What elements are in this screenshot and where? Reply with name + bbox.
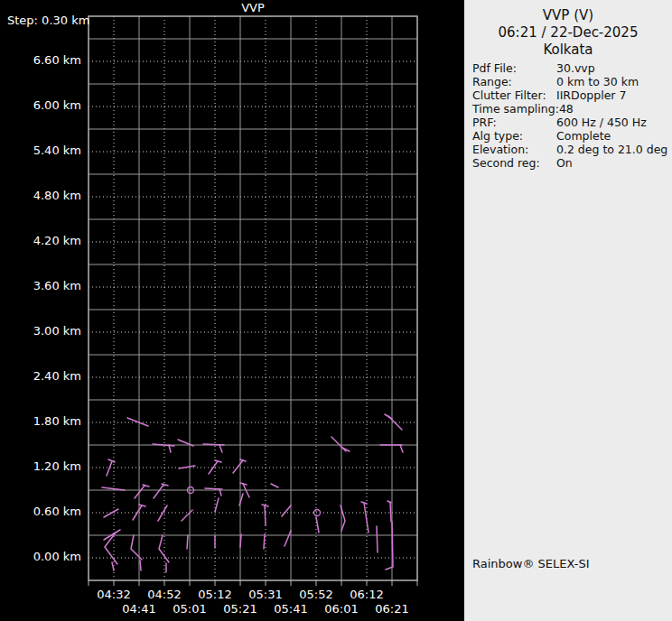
info-field-value: On bbox=[556, 156, 573, 170]
plot-frame bbox=[89, 16, 417, 580]
y-axis-label: 3.60 km bbox=[0, 279, 81, 292]
wind-barb bbox=[271, 484, 278, 487]
y-axis-label: 1.80 km bbox=[0, 414, 81, 428]
wind-barb bbox=[158, 505, 167, 521]
info-field-label: Time sampling: bbox=[472, 102, 559, 116]
wind-barb bbox=[179, 466, 195, 468]
wind-barb bbox=[390, 502, 391, 522]
x-axis-label: 05:52 bbox=[291, 588, 341, 601]
info-field-value: 0 km to 30 km bbox=[556, 75, 639, 88]
plot-title: VVP bbox=[89, 1, 417, 14]
info-field-value: 0.2 deg to 21.0 deg bbox=[556, 143, 667, 156]
wind-barb bbox=[203, 444, 224, 445]
info-field-row: Elevation:0.2 deg to 21.0 deg bbox=[472, 143, 670, 156]
info-field-row: Second reg:On bbox=[472, 156, 670, 170]
info-field-row: Alg type:Complete bbox=[472, 129, 670, 143]
info-field-value: 600 Hz / 450 Hz bbox=[556, 116, 647, 129]
info-field-value: 48 bbox=[559, 102, 574, 116]
info-field-row: Range:0 km to 30 km bbox=[472, 75, 670, 88]
wind-barb bbox=[153, 444, 174, 446]
y-axis-label: 2.40 km bbox=[0, 369, 81, 383]
y-axis-label: 6.60 km bbox=[0, 53, 81, 67]
x-axis-label: 04:52 bbox=[139, 588, 190, 601]
x-axis-label: 06:01 bbox=[316, 602, 367, 616]
info-field-value: Complete bbox=[556, 129, 611, 143]
x-axis-label: 05:01 bbox=[164, 602, 215, 616]
wind-profile-plot bbox=[0, 0, 464, 621]
info-field-row: Clutter Filter:IIRDoppler 7 bbox=[472, 88, 670, 102]
info-field-row: PRF:600 Hz / 450 Hz bbox=[472, 116, 670, 129]
x-axis-label: 06:12 bbox=[341, 588, 392, 601]
x-axis-label: 04:32 bbox=[89, 588, 139, 601]
info-field-label: Second reg: bbox=[472, 156, 556, 170]
panel-site: Kolkata bbox=[464, 42, 672, 59]
y-axis-label: 0.60 km bbox=[0, 505, 81, 518]
y-axis-label: 3.00 km bbox=[0, 324, 81, 338]
wind-barb bbox=[377, 526, 378, 552]
info-field-label: Range: bbox=[472, 75, 556, 88]
wind-barb bbox=[219, 445, 222, 452]
wind-barb bbox=[104, 509, 118, 517]
y-axis-label: 4.80 km bbox=[0, 189, 81, 202]
wind-barb bbox=[133, 505, 142, 520]
wind-barb bbox=[107, 461, 112, 476]
wind-barb bbox=[316, 517, 319, 533]
x-axis-label: 05:21 bbox=[215, 602, 266, 616]
wind-barb bbox=[131, 535, 142, 560]
wind-barb bbox=[240, 534, 241, 547]
step-label: Step: 0.30 km bbox=[7, 14, 89, 27]
x-axis-label: 04:41 bbox=[114, 602, 164, 616]
wind-barb bbox=[140, 561, 141, 570]
info-field-label: Elevation: bbox=[472, 143, 556, 156]
info-field-row: Time sampling:48 bbox=[472, 102, 670, 116]
x-axis-label: 05:31 bbox=[240, 588, 291, 601]
y-axis-label: 0.00 km bbox=[0, 550, 81, 563]
info-field-label: Pdf File: bbox=[472, 61, 556, 75]
info-field-value: 30.vvp bbox=[556, 61, 595, 75]
wind-barb bbox=[282, 505, 291, 516]
wind-barb bbox=[215, 498, 219, 512]
y-axis-label: 5.40 km bbox=[0, 144, 81, 157]
info-field-row: Pdf File:30.vvp bbox=[472, 61, 670, 75]
wind-barb bbox=[187, 535, 188, 549]
vvp-window: VVP Step: 0.30 km 6.60 km6.00 km5.40 km4… bbox=[0, 0, 672, 621]
y-axis-label: 4.20 km bbox=[0, 234, 81, 247]
wind-barb bbox=[264, 534, 265, 549]
wind-barb bbox=[364, 503, 369, 533]
wind-barb bbox=[400, 445, 403, 452]
x-axis-label: 05:41 bbox=[266, 602, 316, 616]
panel-header: VVP (V) 06:21 / 22-Dec-2025 Kolkata bbox=[464, 7, 672, 59]
y-axis-label: 1.20 km bbox=[0, 459, 81, 473]
info-field-label: Clutter Filter: bbox=[472, 88, 556, 102]
brand-label: Rainbow® SELEX-SI bbox=[472, 557, 590, 570]
info-field-label: Alg type: bbox=[472, 129, 556, 143]
wind-barb bbox=[182, 510, 192, 521]
info-field-value: IIRDoppler 7 bbox=[556, 88, 626, 102]
wind-barb bbox=[112, 562, 114, 570]
x-axis-label: 05:12 bbox=[190, 588, 240, 601]
wind-barb bbox=[285, 531, 291, 546]
wind-barb bbox=[209, 461, 218, 474]
panel-title: VVP (V) bbox=[464, 7, 672, 24]
panel-datetime: 06:21 / 22-Dec-2025 bbox=[464, 24, 672, 42]
panel-fields: Pdf File:30.vvpRange:0 km to 30 kmClutte… bbox=[472, 61, 670, 170]
y-axis-label: 6.00 km bbox=[0, 98, 81, 112]
wind-barb bbox=[127, 418, 148, 426]
info-panel: VVP (V) 06:21 / 22-Dec-2025 Kolkata Pdf … bbox=[464, 0, 672, 621]
info-field-label: PRF: bbox=[472, 116, 556, 129]
wind-barb bbox=[154, 485, 163, 498]
wind-barb bbox=[233, 460, 243, 473]
wind-barb bbox=[265, 505, 266, 525]
x-axis-label: 06:21 bbox=[367, 602, 417, 616]
